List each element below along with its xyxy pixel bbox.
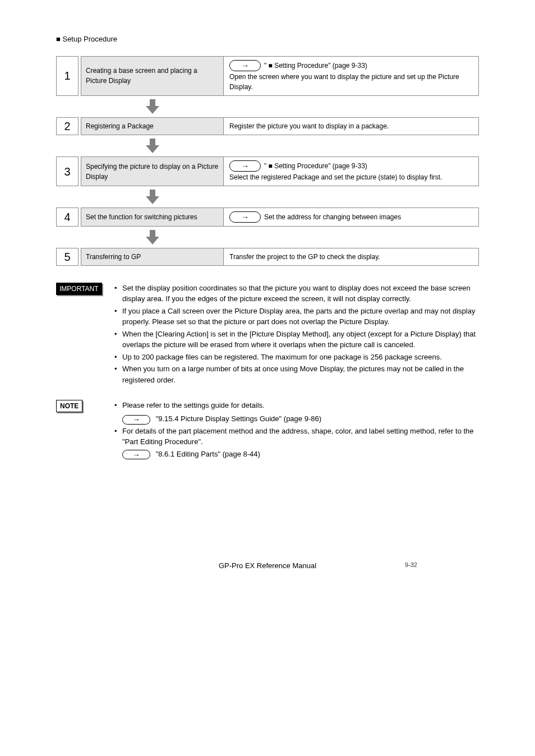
arrow-down-icon	[144, 229, 161, 246]
step-number: 2	[56, 117, 79, 135]
footer-center-text: GP-Pro EX Reference Manual	[219, 561, 316, 570]
step-label: Set the function for switching pictures	[81, 208, 224, 227]
note-ref-text: "8.6.1 Editing Parts" (page 8-44)	[156, 450, 260, 458]
note-bullet-text: Please refer to the settings guide for d…	[122, 400, 479, 411]
step-number: 5	[56, 248, 79, 266]
step-row-3: 3 Specifying the picture to display on a…	[56, 156, 479, 186]
important-bullet-text: When the [Clearing Action] is set in the…	[122, 329, 479, 351]
bullet-dot-icon: •	[114, 283, 122, 294]
bullet-dot-icon: •	[114, 352, 122, 363]
reference-arrow-icon: →	[122, 415, 150, 425]
flow-arrow	[56, 186, 479, 208]
step-desc-text: " ■ Setting Procedure" (page 9-33) Selec…	[229, 162, 442, 181]
reference-arrow-icon: →	[229, 211, 261, 223]
step-row-4: 4 Set the function for switching picture…	[56, 208, 479, 227]
step-row-2: 2 Registering a Package Register the pic…	[56, 117, 479, 135]
step-label: Registering a Package	[81, 117, 224, 135]
flow-arrow	[56, 227, 479, 248]
note-bullet-text: For details of the part placement method…	[122, 426, 479, 448]
step-desc: →" ■ Setting Procedure" (page 9-33) Open…	[224, 56, 479, 96]
step-desc: →Set the address for changing between im…	[224, 208, 479, 227]
bullet-dot-icon: •	[114, 306, 122, 317]
step-desc: Register the picture you want to display…	[224, 117, 479, 135]
important-block: IMPORTANT • Set the display position coo…	[56, 283, 479, 386]
page-footer: GP-Pro EX Reference Manual 9-32	[56, 560, 479, 571]
step-number: 3	[56, 156, 79, 186]
arrow-down-icon	[144, 98, 161, 115]
step-number: 4	[56, 208, 79, 227]
step-label: Specifying the picture to display on a P…	[81, 156, 224, 186]
step-desc-text: Register the picture you want to display…	[229, 121, 389, 131]
note-block: NOTE • Please refer to the settings guid…	[56, 400, 479, 459]
step-number: 1	[56, 56, 79, 96]
step-row-5: 5 Transferring to GP Transfer the projec…	[56, 248, 479, 266]
step-desc-text: " ■ Setting Procedure" (page 9-33) Open …	[229, 62, 459, 91]
bullet-dot-icon: •	[114, 329, 122, 340]
bullet-dot-icon: •	[114, 426, 122, 437]
step-row-1: 1 Creating a base screen and placing a P…	[56, 56, 479, 96]
step-label: Transferring to GP	[81, 248, 224, 266]
reference-arrow-icon: →	[229, 60, 261, 71]
step-desc-text: Transfer the project to the GP to check …	[229, 252, 380, 262]
bullet-dot-icon: •	[114, 400, 122, 411]
important-bullet-text: Up to 200 package files can be registere…	[122, 352, 479, 363]
footer-page-number: 9-32	[405, 560, 417, 570]
step-label: Creating a base screen and placing a Pic…	[81, 56, 224, 96]
bullet-dot-icon: •	[114, 363, 122, 375]
reference-arrow-icon: →	[122, 450, 150, 459]
step-desc-text: Set the address for changing between ima…	[264, 213, 401, 221]
note-label: NOTE	[56, 400, 82, 412]
arrow-down-icon	[144, 188, 161, 205]
reference-arrow-icon: →	[229, 160, 261, 172]
arrow-down-icon	[144, 137, 161, 154]
flow-arrow	[56, 96, 479, 117]
important-bullet-text: If you place a Call screen over the Pict…	[122, 306, 479, 328]
flow-arrow	[56, 135, 479, 156]
section-title: ■ Setup Procedure	[56, 34, 479, 45]
important-bullet-text: Set the display position coordinates so …	[122, 283, 479, 305]
step-desc: Transfer the project to the GP to check …	[224, 248, 479, 266]
note-ref-text: "9.15.4 Picture Display Settings Guide" …	[156, 414, 321, 423]
step-desc: →" ■ Setting Procedure" (page 9-33) Sele…	[224, 156, 479, 186]
important-bullet-text: When you turn on a large number of bits …	[122, 363, 479, 385]
important-label: IMPORTANT	[56, 283, 102, 295]
